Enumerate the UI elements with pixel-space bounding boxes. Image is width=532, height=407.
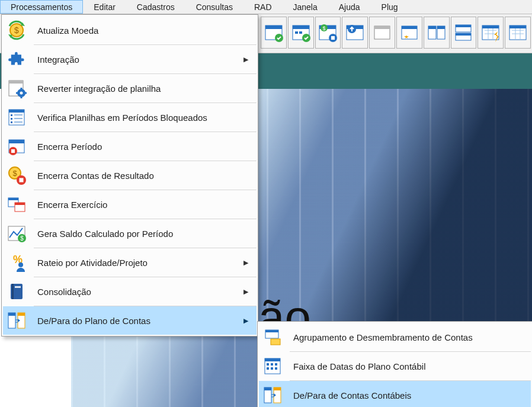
svg-rect-34 — [509, 25, 526, 28]
svg-rect-51 — [11, 121, 12, 123]
svg-rect-66 — [15, 203, 25, 205]
submenu-item-agrupamento[interactable]: Agrupamento e Desmembramento de Contas — [259, 323, 531, 351]
menubar-item-processamentos[interactable]: Processamentos — [0, 0, 83, 14]
svg-rect-88 — [267, 367, 269, 370]
calendar-upload-icon — [344, 22, 366, 43]
menu-item-reverter-integracao[interactable]: Reverter integração de planilha — [3, 74, 257, 102]
svg-point-71 — [18, 262, 23, 267]
submenu-item-label: De/Para de Contas Contábeis — [293, 390, 524, 400]
svg-rect-64 — [8, 198, 18, 200]
mapping-icon — [261, 384, 284, 406]
svg-text:$: $ — [14, 25, 19, 35]
submenu-arrow-icon: ▶ — [243, 288, 249, 296]
toolbar-button[interactable] — [477, 17, 504, 49]
menubar-label: Processamentos — [11, 2, 72, 12]
menu-item-label: Atualiza Moeda — [37, 25, 249, 36]
toolbar-button[interactable] — [342, 17, 368, 49]
menu-item-encerra-contas-resultado[interactable]: $ Encerra Contas de Resultado — [3, 161, 257, 190]
menubar-item-ajuda[interactable]: Ajuda — [328, 0, 371, 14]
menu-item-verifica-planilhas[interactable]: Verifica Planilhas em Períodos Bloqueado… — [3, 103, 257, 132]
svg-text:$: $ — [20, 235, 24, 242]
menubar-item-rad[interactable]: RAD — [243, 0, 283, 14]
menu-item-encerra-exercicio[interactable]: Encerra Exercício — [3, 190, 257, 219]
menubar-label: Janela — [293, 2, 318, 12]
menubar-item-editar[interactable]: Editar — [83, 0, 126, 14]
menubar-item-janela[interactable]: Janela — [283, 0, 328, 14]
svg-rect-92 — [264, 387, 271, 390]
menu-item-atualiza-moeda[interactable]: $ Atualiza Moeda — [3, 16, 257, 44]
menu-item-rateio[interactable]: % Rateio por Atividade/Projeto ▶ — [3, 248, 257, 277]
puzzle-icon — [5, 48, 28, 70]
menu-item-label: Reverter integração de planilha — [37, 84, 249, 94]
menu-item-label: Gera Saldo Calculado por Período — [37, 229, 249, 239]
svg-rect-48 — [9, 110, 24, 113]
calendar-check-2-icon — [290, 22, 312, 43]
menubar-label: Cadastros — [137, 2, 175, 12]
svg-text:$: $ — [12, 169, 17, 178]
svg-rect-5 — [295, 31, 298, 34]
menubar-item-cadastros[interactable]: Cadastros — [126, 0, 185, 14]
svg-rect-28 — [456, 25, 471, 27]
svg-rect-13 — [331, 36, 335, 40]
window-star-icon — [399, 22, 420, 43]
svg-rect-62 — [20, 178, 24, 182]
submenu-item-de-para-contas[interactable]: De/Para de Contas Contábeis — [259, 381, 531, 407]
svg-rect-86 — [271, 363, 273, 366]
menu-item-encerra-periodo[interactable]: Encerra Período — [3, 132, 257, 161]
menu-item-label: Integração — [37, 55, 234, 65]
svg-rect-40 — [9, 81, 23, 84]
calendar-check-1-icon — [263, 22, 284, 43]
toolbar-button[interactable]: $ — [315, 17, 341, 49]
menubar-label: Ajuda — [339, 2, 360, 12]
menubar-item-consultas[interactable]: Consultas — [185, 0, 243, 14]
toolbar-button[interactable] — [261, 17, 287, 49]
toolbar-button[interactable] — [451, 17, 477, 49]
menu-item-label: Consolidação — [37, 287, 234, 297]
svg-rect-74 — [15, 286, 21, 288]
menu-item-label: De/Para do Plano de Contas — [37, 316, 234, 326]
svg-rect-81 — [265, 330, 278, 332]
split-vertical-icon — [426, 22, 447, 43]
mapping-icon — [5, 309, 28, 332]
grid-plain-icon — [507, 22, 528, 43]
toolbar-button[interactable] — [505, 17, 531, 49]
submenu-arrow-icon: ▶ — [243, 259, 249, 267]
svg-rect-73 — [12, 284, 14, 299]
menubar-label: Consultas — [196, 2, 233, 12]
menu-item-integracao[interactable]: Integração ▶ — [3, 45, 257, 73]
menu-item-label: Encerra Exercício — [37, 200, 249, 210]
sheet-gear-icon — [5, 77, 28, 100]
submenu-arrow-icon: ▶ — [243, 317, 249, 325]
submenu-item-label: Faixa de Datas do Plano Contábil — [293, 361, 524, 371]
svg-rect-6 — [299, 31, 302, 34]
book-icon — [5, 280, 28, 303]
percent-people-icon: % — [5, 251, 28, 274]
toolbar-button[interactable] — [288, 17, 314, 49]
svg-rect-50 — [11, 118, 12, 120]
svg-rect-56 — [9, 140, 24, 143]
menu-item-gera-saldo[interactable]: $ Gera Saldo Calculado por Período — [3, 219, 257, 248]
svg-rect-94 — [274, 387, 281, 390]
window-plain-icon — [371, 22, 393, 43]
menubar: Processamentos Editar Cadastros Consulta… — [0, 0, 532, 14]
toolbar-button[interactable] — [396, 17, 422, 49]
date-range-plan-icon — [261, 355, 284, 377]
svg-text:$: $ — [323, 25, 326, 31]
menu-item-consolidacao[interactable]: Consolidação ▶ — [3, 277, 257, 306]
svg-rect-58 — [11, 149, 15, 153]
grid-bolt-icon — [480, 22, 501, 43]
svg-rect-87 — [275, 363, 277, 366]
currency-stop-icon: $ — [5, 164, 28, 187]
svg-rect-82 — [271, 339, 280, 345]
menu-item-de-para-plano-contas[interactable]: De/Para do Plano de Contas ▶ — [3, 306, 257, 335]
toolbar-button[interactable] — [369, 17, 395, 49]
processamentos-menu: $ Atualiza Moeda Integração ▶ Reverter i… — [1, 14, 258, 337]
submenu-item-label: Agrupamento e Desmembramento de Contas — [293, 332, 524, 342]
submenu-item-faixa-datas[interactable]: Faixa de Datas do Plano Contábil — [259, 352, 531, 380]
chart-money-icon: $ — [5, 222, 28, 245]
svg-rect-31 — [482, 25, 499, 28]
svg-rect-24 — [428, 26, 436, 29]
menubar-item-plugins[interactable]: Plug — [371, 0, 409, 14]
toolbar-button[interactable] — [424, 17, 450, 49]
menubar-label: Editar — [94, 2, 116, 12]
